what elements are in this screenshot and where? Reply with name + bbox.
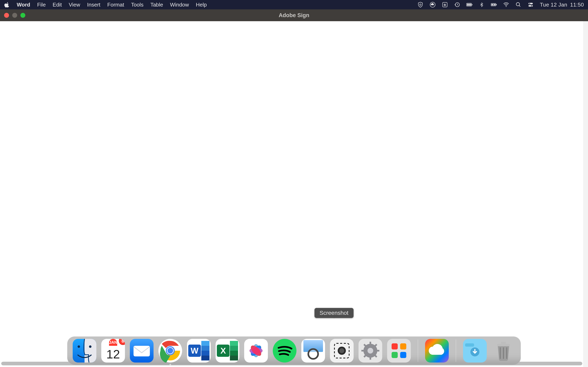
dock-downloads-folder-icon[interactable]: [463, 339, 487, 363]
dock-finder-icon[interactable]: [73, 339, 96, 363]
dock-screenshot-icon[interactable]: [330, 339, 354, 363]
dock-excel-icon[interactable]: X: [216, 339, 239, 363]
svg-rect-9: [470, 4, 471, 6]
svg-rect-53: [465, 343, 474, 347]
dock-chrome-icon[interactable]: [158, 339, 182, 363]
spotlight-search-icon[interactable]: [515, 2, 521, 8]
window-titlebar[interactable]: Adobe Sign: [0, 9, 588, 21]
svg-rect-16: [528, 5, 533, 7]
svg-rect-43: [376, 350, 379, 351]
svg-rect-49: [400, 343, 406, 350]
svg-rect-8: [469, 4, 470, 6]
word-letter: W: [188, 345, 201, 357]
dock-spotify-icon[interactable]: [273, 339, 296, 363]
battery-full-icon[interactable]: [466, 2, 472, 8]
calendar-badge: 8: [119, 339, 125, 345]
svg-point-39: [367, 348, 373, 354]
window-minimize-button[interactable]: [12, 13, 17, 18]
svg-point-14: [516, 3, 520, 6]
dock-system-preferences-icon[interactable]: [359, 339, 382, 363]
window-close-button[interactable]: [4, 13, 9, 18]
app-window: Adobe Sign: [0, 9, 588, 367]
excel-letter: X: [217, 345, 229, 357]
svg-point-19: [78, 345, 80, 348]
menu-tools[interactable]: Tools: [131, 2, 144, 8]
menu-window[interactable]: Window: [170, 2, 189, 8]
dock-tooltip: Screenshot: [314, 308, 354, 318]
svg-rect-5: [472, 4, 472, 5]
menu-file[interactable]: File: [37, 2, 46, 8]
dock-calendar-icon[interactable]: JAN 12 8: [101, 339, 125, 363]
menubar-left: Word File Edit View Insert Format Tools …: [4, 2, 207, 8]
svg-rect-15: [528, 3, 533, 4]
dock-separator: [418, 340, 418, 362]
bluetooth-icon[interactable]: [479, 2, 485, 8]
dock-creative-cloud-icon[interactable]: [425, 339, 449, 363]
menu-insert[interactable]: Insert: [87, 2, 100, 8]
calendar-day-label: 12: [106, 346, 120, 363]
creative-cloud-status-icon[interactable]: [430, 2, 436, 8]
app-status-icon[interactable]: B: [442, 2, 448, 8]
svg-rect-56: [501, 342, 506, 344]
svg-rect-50: [392, 352, 398, 358]
apple-menu-icon[interactable]: [4, 2, 10, 8]
window-title: Adobe Sign: [0, 12, 588, 18]
menu-table[interactable]: Table: [150, 2, 163, 8]
svg-rect-40: [370, 342, 371, 345]
menubar-time: 11:50: [570, 2, 584, 8]
svg-point-37: [339, 348, 344, 353]
vertical-scrollbar[interactable]: [583, 21, 588, 367]
svg-rect-42: [361, 350, 364, 351]
dock-trash-icon[interactable]: [492, 339, 515, 363]
dock-separator: [456, 340, 456, 362]
window-content-area[interactable]: [0, 21, 588, 367]
menu-edit[interactable]: Edit: [53, 2, 62, 8]
dock-photos-icon[interactable]: [244, 339, 268, 363]
menubar-date: Tue 12 Jan: [540, 2, 567, 8]
svg-rect-55: [497, 344, 510, 346]
menubar-app-name[interactable]: Word: [17, 2, 30, 8]
svg-point-25: [167, 348, 173, 354]
control-center-icon[interactable]: [527, 2, 534, 8]
vpn-shield-icon[interactable]: [417, 2, 424, 8]
svg-point-20: [89, 345, 91, 348]
menu-view[interactable]: View: [69, 2, 80, 8]
svg-rect-21: [134, 346, 150, 356]
running-indicator: [169, 364, 171, 365]
svg-rect-7: [468, 4, 469, 6]
window-maximize-button[interactable]: [20, 13, 25, 18]
svg-rect-11: [496, 4, 497, 5]
calendar-month-label: JAN: [109, 339, 117, 346]
menubar-status-area: B Tue 12 Jan 11:50: [417, 2, 584, 8]
svg-rect-6: [467, 4, 468, 6]
svg-text:B: B: [444, 3, 446, 7]
menubar-datetime[interactable]: Tue 12 Jan 11:50: [540, 2, 584, 8]
dock: JAN 12 8 W X: [67, 336, 521, 365]
svg-point-13: [506, 6, 507, 7]
menu-format[interactable]: Format: [107, 2, 124, 8]
svg-rect-41: [370, 357, 371, 360]
svg-point-17: [529, 3, 530, 4]
time-machine-icon[interactable]: [454, 2, 460, 8]
dock-word-icon[interactable]: W: [187, 339, 211, 363]
wifi-icon[interactable]: [503, 2, 509, 8]
menu-help[interactable]: Help: [196, 2, 207, 8]
svg-rect-51: [400, 352, 406, 358]
svg-rect-48: [392, 343, 398, 350]
traffic-lights: [4, 13, 25, 18]
dock-preview-icon[interactable]: [301, 339, 325, 363]
battery-charging-icon[interactable]: [491, 2, 497, 8]
dock-mail-icon[interactable]: [130, 339, 154, 363]
svg-point-18: [531, 6, 532, 7]
menubar: Word File Edit View Insert Format Tools …: [0, 0, 588, 9]
dock-launchpad-icon[interactable]: [387, 339, 411, 363]
